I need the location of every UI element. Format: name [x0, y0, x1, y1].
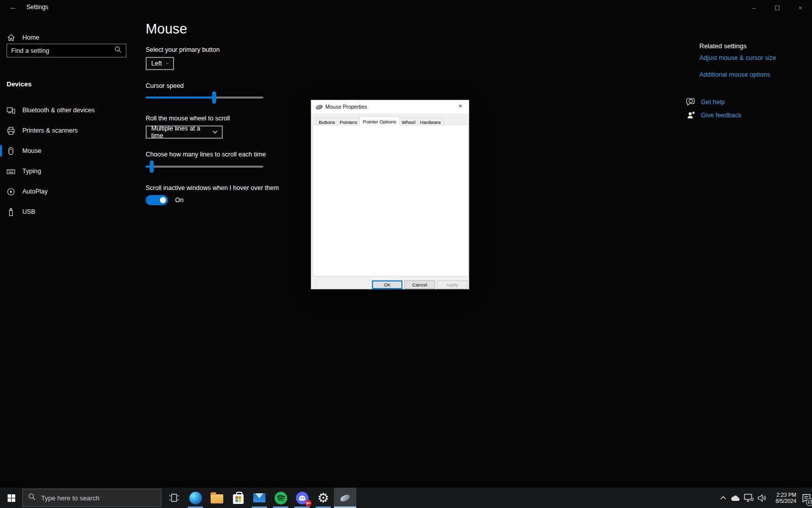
- mouse-icon: [7, 147, 15, 155]
- apply-button: Apply: [437, 280, 467, 289]
- get-help-row[interactable]: Get help: [686, 97, 725, 107]
- sidebar-item-label: Typing: [22, 168, 41, 175]
- clock-time: 2:23 PM: [771, 492, 796, 498]
- edge-icon: [189, 492, 202, 504]
- search-placeholder: Find a setting: [11, 47, 114, 54]
- give-feedback-link[interactable]: Give feedback: [701, 112, 741, 119]
- additional-mouse-options-link[interactable]: Additional mouse options: [699, 71, 770, 78]
- close-button[interactable]: ×: [789, 0, 812, 15]
- volume-icon[interactable]: [758, 494, 767, 502]
- keyboard-icon: [7, 167, 15, 176]
- clock-date: 8/5/2024: [771, 498, 796, 504]
- search-icon[interactable]: [114, 46, 122, 55]
- chevron-down-icon: [213, 131, 217, 134]
- wheel-scroll-select[interactable]: Multiple lines at a time: [146, 125, 223, 139]
- caption-controls: – ×: [742, 0, 812, 15]
- restore-icon: [775, 6, 780, 10]
- edge-taskbar-button[interactable]: [185, 488, 206, 508]
- dialog-close-button[interactable]: ×: [452, 100, 469, 112]
- start-button[interactable]: [0, 488, 22, 508]
- sidebar-item-typing[interactable]: Typing: [0, 161, 133, 181]
- primary-button-label: Select your primary button: [146, 46, 220, 53]
- lines-scroll-label: Choose how many lines to scroll each tim…: [146, 151, 266, 158]
- sidebar-item-label: Printers & scanners: [22, 127, 78, 134]
- tab-pointer-options[interactable]: Pointer Options: [359, 116, 399, 126]
- taskbar-clock[interactable]: 2:23 PM 8/5/2024: [771, 492, 796, 504]
- spotify-taskbar-button[interactable]: [270, 488, 291, 508]
- gear-icon: ⚙: [317, 491, 329, 504]
- network-icon[interactable]: [744, 494, 754, 502]
- taskbar-apps: 9+ ⚙: [163, 488, 356, 508]
- adjust-mouse-cursor-size-link[interactable]: Adjust mouse & cursor size: [699, 54, 776, 61]
- minimize-button[interactable]: –: [742, 0, 765, 15]
- give-feedback-row[interactable]: Give feedback: [686, 110, 741, 120]
- sidebar-item-autoplay[interactable]: AutoPlay: [0, 181, 133, 202]
- spotify-icon: [275, 492, 287, 504]
- sidebar-item-printers[interactable]: Printers & scanners: [0, 120, 133, 141]
- mail-taskbar-button[interactable]: [249, 488, 270, 508]
- sidebar-item-usb[interactable]: USB: [0, 202, 133, 222]
- sidebar-item-label: Bluetooth & other devices: [22, 107, 94, 114]
- primary-button-select[interactable]: Left: [146, 57, 174, 70]
- action-center-button[interactable]: 13: [800, 488, 812, 508]
- lines-scroll-slider[interactable]: [146, 161, 263, 173]
- sidebar: Home Find a setting Devices Bluetooth & …: [0, 15, 133, 488]
- sidebar-item-bluetooth[interactable]: Bluetooth & other devices: [0, 100, 133, 120]
- task-view-button[interactable]: [163, 488, 185, 508]
- devices-icon: [7, 106, 15, 115]
- taskbar: Type here to search: [0, 488, 812, 508]
- mouse-properties-taskbar-button[interactable]: [334, 488, 356, 508]
- restore-button[interactable]: [765, 0, 789, 15]
- pointer-options-page: [313, 124, 468, 276]
- store-icon: [233, 494, 244, 504]
- feedback-icon: [686, 110, 696, 120]
- sidebar-item-label: AutoPlay: [22, 188, 48, 195]
- tab-buttons[interactable]: Buttons: [316, 118, 337, 126]
- related-settings-heading: Related settings: [699, 42, 747, 50]
- slider-fill: [146, 97, 214, 99]
- sidebar-section-devices: Devices: [7, 80, 31, 88]
- search-icon: [28, 493, 36, 503]
- sidebar-item-mouse[interactable]: Mouse: [0, 141, 133, 161]
- sidebar-nav-list: Bluetooth & other devices Printers & sca…: [0, 100, 133, 222]
- discord-taskbar-button[interactable]: 9+: [291, 488, 313, 508]
- cursor-speed-label: Cursor speed: [146, 82, 184, 89]
- toggle-state-label: On: [175, 197, 184, 204]
- taskbar-search-box[interactable]: Type here to search: [22, 489, 161, 507]
- sidebar-item-label: Mouse: [22, 147, 42, 154]
- page-title: Mouse: [146, 21, 187, 37]
- slider-track[interactable]: [146, 166, 263, 168]
- file-explorer-taskbar-button[interactable]: [206, 488, 227, 508]
- hidden-icons-chevron[interactable]: [720, 496, 727, 500]
- chevron-down-icon: [166, 62, 168, 65]
- cursor-speed-slider[interactable]: [146, 91, 263, 104]
- mouse-dialog-icon: [315, 104, 323, 110]
- dialog-title: Mouse Properties: [325, 104, 367, 110]
- tab-wheel[interactable]: Wheel: [399, 118, 418, 126]
- taskbar-search-placeholder: Type here to search: [41, 494, 99, 502]
- usb-icon: [7, 208, 15, 216]
- store-taskbar-button[interactable]: [227, 488, 249, 508]
- mouse-properties-icon: [339, 493, 351, 503]
- get-help-link[interactable]: Get help: [701, 99, 725, 106]
- find-setting-searchbox[interactable]: Find a setting: [7, 44, 126, 57]
- back-button[interactable]: ←: [7, 2, 20, 12]
- slider-thumb[interactable]: [150, 161, 154, 173]
- cancel-button[interactable]: Cancel: [404, 280, 435, 289]
- windows-logo-icon: [8, 494, 15, 502]
- dialog-titlebar[interactable]: Mouse Properties ×: [311, 100, 469, 113]
- onedrive-cloud-icon[interactable]: [730, 495, 740, 501]
- settings-taskbar-button[interactable]: ⚙: [313, 488, 334, 508]
- tab-pointers[interactable]: Pointers: [337, 118, 360, 126]
- notification-count-badge: 13: [806, 498, 812, 506]
- system-tray: 2:23 PM 8/5/2024 13: [720, 488, 812, 508]
- tab-hardware[interactable]: Hardware: [418, 118, 444, 126]
- ok-button[interactable]: OK: [372, 280, 402, 289]
- autoplay-icon: [7, 187, 15, 196]
- inactive-scroll-toggle[interactable]: [146, 195, 168, 205]
- primary-button-value: Left: [151, 60, 162, 67]
- task-view-icon: [168, 493, 180, 503]
- file-explorer-icon: [211, 494, 223, 503]
- slider-thumb[interactable]: [212, 91, 216, 104]
- dialog-tab-strip: Buttons Pointers Pointer Options Wheel H…: [316, 116, 443, 126]
